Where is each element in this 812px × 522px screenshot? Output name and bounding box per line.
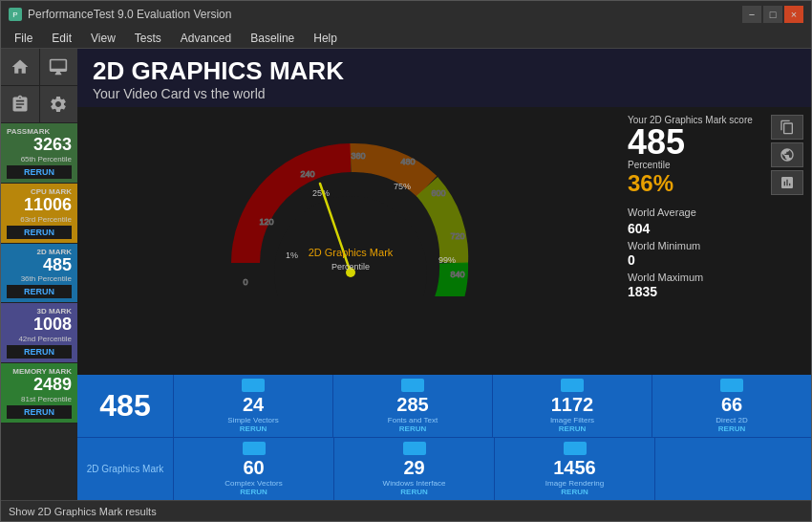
main-window: P PerformanceTest 9.0 Evaluation Version…: [0, 0, 812, 522]
cpu-value: 11006: [7, 196, 72, 215]
app-icon: P: [9, 8, 22, 21]
minimize-button[interactable]: −: [742, 6, 761, 23]
content-body: 0 120 240 360 480 600 720: [77, 107, 811, 375]
image-filters-label: Image Filters: [550, 416, 594, 424]
sidebar: PASSMARK 3263 65th Percentile RERUN CPU …: [1, 49, 77, 500]
svg-text:Percentile: Percentile: [331, 262, 370, 272]
monitor-icon: [49, 57, 68, 76]
simple-vectors-label: Simple Vectors: [227, 416, 278, 424]
cpu-rerun[interactable]: RERUN: [7, 226, 72, 239]
status-bar: Show 2D Graphics Mark results: [1, 500, 811, 521]
fonts-text-icon: [401, 379, 424, 392]
direct2d-icon: [720, 379, 743, 392]
sub-scores-row2: 2D Graphics Mark 60 Complex Vectors RERU…: [77, 437, 811, 500]
svg-text:360: 360: [351, 151, 365, 161]
home-button[interactable]: [1, 49, 40, 85]
maximize-button[interactable]: □: [763, 6, 782, 23]
action-buttons: [771, 115, 803, 195]
world-min-value: 0: [628, 252, 803, 268]
page-title: 2D GRAPHICS MARK: [93, 56, 796, 86]
settings-icon: [49, 95, 68, 114]
fonts-text-value: 285: [396, 394, 428, 416]
threed-card[interactable]: 3D MARK 1008 42nd Percentile RERUN: [1, 303, 77, 363]
title-bar-left: P PerformanceTest 9.0 Evaluation Version: [9, 8, 231, 21]
image-rendering-value: 1456: [553, 457, 596, 479]
windows-interface-value: 29: [403, 457, 424, 479]
memory-rerun[interactable]: RERUN: [7, 405, 72, 419]
passmark-card[interactable]: PASSMARK 3263 65th Percentile RERUN: [1, 123, 77, 184]
window-controls: − □ ×: [742, 6, 803, 23]
sidebar-icons-top: [1, 49, 77, 86]
complex-vectors-rerun[interactable]: RERUN: [240, 488, 267, 496]
world-max-label: World Maximum: [628, 272, 703, 283]
world-avg-value: 604: [628, 221, 803, 236]
passmark-percentile: 65th Percentile: [7, 155, 72, 163]
memory-percentile: 81st Percentile: [7, 395, 72, 403]
cpu-percentile: 63rd Percentile: [7, 215, 72, 224]
menu-advanced[interactable]: Advanced: [171, 28, 241, 48]
direct2d-rerun[interactable]: RERUN: [718, 424, 745, 433]
twod-rerun[interactable]: RERUN: [7, 285, 72, 298]
image-filters-rerun[interactable]: RERUN: [559, 424, 586, 433]
content-header: 2D GRAPHICS MARK Your Video Card vs the …: [77, 49, 811, 107]
svg-text:99%: 99%: [438, 255, 456, 265]
menu-edit[interactable]: Edit: [42, 28, 81, 48]
menu-view[interactable]: View: [81, 28, 125, 48]
main-2d-value: 485: [99, 388, 150, 424]
main-area: PASSMARK 3263 65th Percentile RERUN CPU …: [1, 49, 811, 500]
svg-text:720: 720: [450, 231, 464, 241]
simple-vectors-item: 24 Simple Vectors RERUN: [173, 375, 332, 437]
threed-value: 1008: [7, 315, 72, 335]
cpu-card[interactable]: CPU MARK 11006 63rd Percentile RERUN: [1, 184, 77, 244]
threed-rerun[interactable]: RERUN: [7, 345, 72, 359]
simple-vectors-rerun[interactable]: RERUN: [240, 424, 267, 433]
svg-text:1%: 1%: [286, 250, 298, 260]
twod-card[interactable]: 2D MARK 485 36th Percentile RERUN: [1, 244, 77, 304]
world-max-value: 1835: [628, 284, 803, 299]
windows-interface-item: 29 Windows Interface RERUN: [333, 438, 494, 500]
complex-vectors-value: 60: [243, 457, 264, 479]
menu-baseline[interactable]: Baseline: [241, 28, 304, 48]
sidebar-icons-bottom: [1, 86, 77, 123]
status-text: Show 2D Graphics Mark results: [9, 506, 157, 517]
close-button[interactable]: ×: [784, 6, 803, 23]
windows-interface-rerun[interactable]: RERUN: [400, 488, 427, 496]
twod-value: 485: [7, 256, 72, 275]
page-subtitle: Your Video Card vs the world: [93, 86, 796, 101]
passmark-rerun[interactable]: RERUN: [7, 165, 72, 179]
memory-value: 2489: [7, 376, 72, 395]
image-rendering-icon: [564, 442, 587, 455]
empty-slot: [654, 438, 811, 500]
globe-button[interactable]: [771, 142, 803, 167]
windows-interface-label: Windows Interface: [383, 479, 446, 488]
menu-tests[interactable]: Tests: [125, 28, 171, 48]
percentile-label: Percentile: [628, 160, 753, 170]
threed-percentile: 42nd Percentile: [7, 335, 72, 343]
twod-percentile: 36th Percentile: [7, 274, 72, 283]
settings-button[interactable]: [40, 86, 78, 122]
svg-text:480: 480: [400, 157, 415, 166]
monitor-button[interactable]: [40, 49, 78, 85]
chart-button[interactable]: [771, 170, 803, 195]
memory-card[interactable]: MEMORY MARK 2489 81st Percentile RERUN: [1, 363, 77, 424]
gauge-chart: 0 120 240 360 480 600 720: [217, 115, 484, 296]
fonts-text-rerun[interactable]: RERUN: [399, 424, 426, 433]
windows-interface-icon: [403, 442, 426, 455]
clipboard-button[interactable]: [1, 86, 40, 122]
image-filters-value: 1172: [551, 394, 594, 416]
menu-help[interactable]: Help: [304, 28, 347, 48]
direct2d-label: Direct 2D: [716, 416, 747, 424]
simple-vectors-icon: [242, 379, 265, 392]
passmark-value: 3263: [7, 136, 72, 155]
main-2d-label-area: 2D Graphics Mark: [77, 438, 173, 500]
content-area: 2D GRAPHICS MARK Your Video Card vs the …: [77, 49, 811, 500]
score-info-panel: Your 2D Graphics Mark score 485 Percenti…: [620, 107, 811, 375]
fonts-text-item: 285 Fonts and Text RERUN: [332, 375, 492, 437]
world-stats: World Average 604 World Minimum 0 World …: [628, 207, 803, 299]
percentile-value: 36%: [628, 170, 753, 197]
complex-vectors-label: Complex Vectors: [224, 479, 282, 488]
menu-file[interactable]: File: [5, 28, 42, 48]
fonts-text-label: Fonts and Text: [388, 416, 438, 424]
image-rendering-rerun[interactable]: RERUN: [561, 488, 588, 496]
copy-button[interactable]: [771, 115, 803, 140]
